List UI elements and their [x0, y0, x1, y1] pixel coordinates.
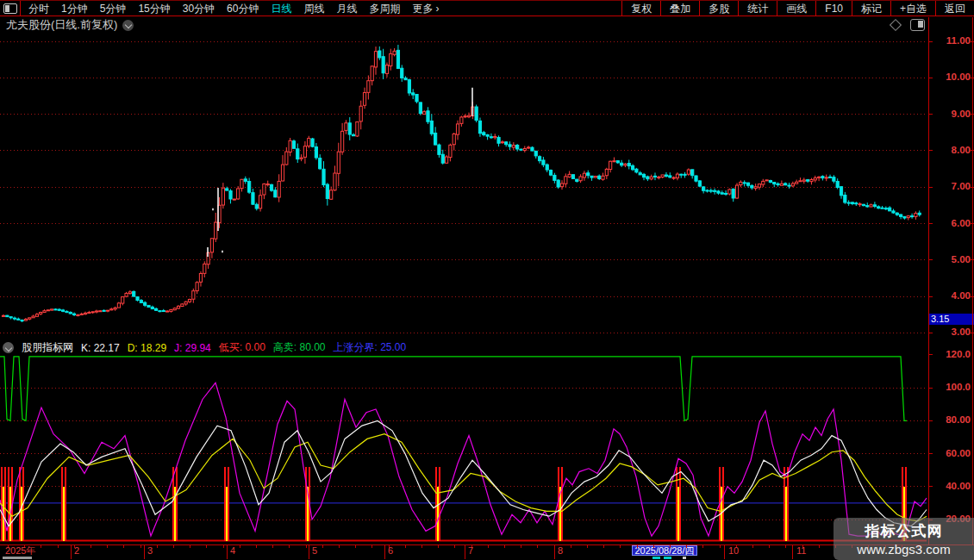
bottom-tick — [724, 557, 725, 559]
price-axis-label: 9.00 — [952, 109, 971, 119]
month-separator — [792, 545, 793, 557]
date-minor-tick — [272, 545, 273, 548]
date-minor-tick — [720, 545, 721, 548]
indicator-axis: 120.0100.080.0060.0040.0020.00 — [928, 339, 974, 544]
window-right-border — [972, 17, 973, 544]
clipped-row-fragment — [652, 557, 660, 559]
date-minor-tick — [670, 545, 671, 548]
date-minor-tick — [769, 545, 770, 548]
date-minor-tick — [371, 545, 372, 548]
date-minor-tick — [339, 545, 340, 548]
date-axis-label: 3 — [147, 545, 153, 557]
indicator-axis-label: 40.00 — [946, 481, 971, 491]
indicator-axis-label: 80.00 — [946, 414, 971, 425]
date-minor-tick — [355, 545, 356, 548]
tab-分时[interactable]: 分时 — [22, 2, 55, 16]
tab-多周期[interactable]: 多周期 — [363, 2, 406, 16]
month-separator — [309, 545, 309, 557]
month-separator — [227, 545, 228, 557]
date-axis[interactable]: 2025/08/28/四 2025年23456781011 — [0, 544, 974, 557]
month-separator — [465, 545, 465, 557]
bottom-tick — [384, 557, 385, 559]
sidebar-toggle-cell[interactable] — [0, 1, 21, 16]
month-separator — [724, 545, 725, 557]
bottom-tick — [792, 557, 793, 559]
candles-layer — [2, 45, 921, 322]
bottom-tick — [309, 557, 309, 559]
date-axis-label: 11 — [796, 545, 806, 557]
watermark-title: 指标公式网 — [865, 521, 943, 541]
date-minor-tick — [537, 545, 538, 548]
date-minor-tick — [140, 545, 141, 548]
date-tag: 2025/08/28/四 — [632, 545, 697, 556]
indicator-axis-label: 120.0 — [946, 349, 971, 359]
kdj-indicator-chart[interactable] — [0, 339, 928, 544]
date-axis-label: 7 — [468, 545, 473, 557]
action-复权[interactable]: 复权 — [621, 1, 660, 16]
date-minor-tick — [620, 545, 621, 548]
date-minor-tick — [123, 545, 124, 548]
price-axis-label: 4.00 — [952, 290, 971, 301]
date-minor-tick — [488, 545, 489, 548]
month-separator — [144, 545, 145, 557]
bottom-tick — [227, 557, 228, 559]
top-toolbar: 分时1分钟5分钟15分钟30分钟60分钟日线周线月线多周期更多› 复权叠加多股统… — [0, 0, 974, 16]
last-price-tag: 3.15 — [929, 314, 974, 325]
date-minor-tick — [223, 545, 224, 548]
action-统计[interactable]: 统计 — [738, 1, 777, 16]
date-minor-tick — [571, 545, 571, 548]
action-+自选[interactable]: +自选 — [890, 1, 935, 16]
date-minor-tick — [289, 545, 290, 548]
price-axis-label: 7.00 — [952, 181, 971, 191]
bottom-tick — [144, 557, 145, 559]
date-minor-tick — [58, 545, 59, 548]
date-minor-tick — [785, 545, 786, 548]
period-tabs: 分时1分钟5分钟15分钟30分钟60分钟日线周线月线多周期更多› — [22, 1, 439, 16]
date-minor-tick — [454, 545, 455, 548]
tab-更多[interactable]: 更多 — [406, 2, 439, 16]
candlestick-chart[interactable] — [0, 17, 928, 339]
action-返回[interactable]: 返回 — [935, 1, 974, 16]
date-minor-tick — [206, 545, 207, 548]
bottom-tick — [71, 557, 72, 559]
date-minor-tick — [653, 545, 654, 548]
indicator-axis-label: 100.0 — [946, 382, 971, 392]
tab-周线[interactable]: 周线 — [297, 2, 330, 16]
toolbar-actions: 复权叠加多股统计画线F10标记+自选返回 — [621, 1, 974, 16]
date-minor-tick — [603, 545, 604, 548]
watermark-box: 指标公式网 www.zbgs3.com — [834, 518, 974, 560]
tab-日线[interactable]: 日线 — [265, 2, 297, 16]
date-minor-tick — [752, 545, 753, 548]
date-axis-label: 6 — [388, 545, 393, 557]
tab-1分钟[interactable]: 1分钟 — [55, 2, 94, 16]
action-F10[interactable]: F10 — [815, 1, 852, 16]
action-画线[interactable]: 画线 — [777, 1, 815, 16]
date-minor-tick — [587, 545, 588, 548]
tab-60分钟[interactable]: 60分钟 — [221, 2, 265, 16]
date-axis-label: 4 — [230, 545, 235, 557]
panel-toggle-icon — [3, 3, 17, 14]
action-标记[interactable]: 标记 — [852, 1, 890, 16]
more-arrow-icon[interactable]: › — [435, 3, 439, 15]
action-叠加[interactable]: 叠加 — [660, 1, 699, 16]
date-axis-label: 8 — [558, 545, 563, 557]
tab-月线[interactable]: 月线 — [330, 2, 363, 16]
date-minor-tick — [240, 545, 240, 548]
tab-5分钟[interactable]: 5分钟 — [94, 2, 133, 16]
tab-15分钟[interactable]: 15分钟 — [132, 2, 176, 16]
tab-30分钟[interactable]: 30分钟 — [177, 2, 221, 16]
price-axis-label: 8.00 — [952, 145, 971, 155]
action-多股[interactable]: 多股 — [699, 1, 738, 16]
month-separator — [71, 545, 72, 557]
date-minor-tick — [322, 545, 323, 548]
date-minor-tick — [504, 545, 505, 548]
indicator-axis-label: 60.00 — [946, 448, 971, 458]
price-axis-label: 10.00 — [946, 72, 971, 82]
date-axis-label: 10 — [728, 545, 739, 557]
date-minor-tick — [41, 545, 41, 548]
series-高卖信号线 — [0, 357, 907, 421]
clipped-row-fragment — [664, 557, 671, 559]
date-minor-tick — [107, 545, 108, 548]
price-axis-label: 11.00 — [946, 35, 971, 46]
date-minor-tick — [637, 545, 638, 548]
